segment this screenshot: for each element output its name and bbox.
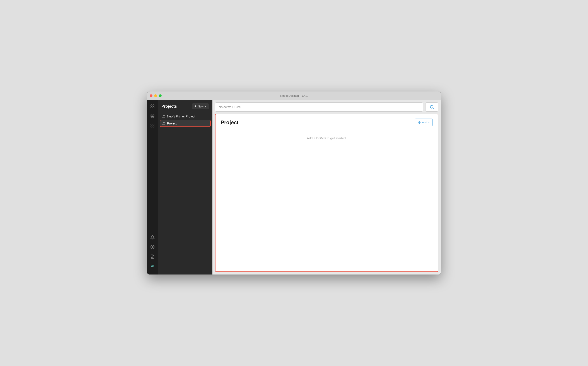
- add-btn-chevron-icon: ▾: [428, 121, 429, 124]
- nav-profile-icon[interactable]: [148, 253, 156, 260]
- sidebar-header: Projects + New ▾: [158, 100, 213, 112]
- traffic-lights: [150, 94, 162, 97]
- svg-point-9: [152, 247, 153, 248]
- project-panel-title: Project: [221, 119, 238, 126]
- new-btn-plus-icon: +: [195, 105, 197, 108]
- svg-rect-2: [151, 107, 152, 108]
- titlebar: Neo4j Desktop - 1.4.1: [147, 92, 441, 100]
- close-button[interactable]: [150, 94, 153, 97]
- add-btn-label: Add: [422, 121, 427, 124]
- svg-rect-3: [153, 107, 154, 108]
- svg-rect-1: [153, 105, 154, 106]
- app-window: Neo4j Desktop - 1.4.1: [147, 92, 441, 274]
- nav-notifications-icon[interactable]: [148, 233, 156, 241]
- maximize-button[interactable]: [159, 94, 162, 97]
- dbms-status-text: No active DBMS: [219, 105, 241, 109]
- sidebar-item-label: Project: [167, 122, 177, 125]
- sidebar-item-project[interactable]: Project: [160, 120, 211, 127]
- svg-rect-0: [151, 105, 152, 106]
- sidebar-item-neo4j-primer[interactable]: Neo4j Primer Project: [160, 113, 211, 120]
- minimize-button[interactable]: [154, 94, 157, 97]
- project-panel: Project ⊕ Add ▾ Add a DBMS to get starte…: [215, 114, 438, 272]
- svg-rect-5: [151, 124, 152, 125]
- main-content: No active DBMS Project ⊕ Add ▾: [213, 100, 441, 274]
- svg-point-16: [430, 106, 433, 108]
- new-project-button[interactable]: + New ▾: [192, 103, 209, 109]
- dbms-status-bar: No active DBMS: [215, 102, 423, 112]
- sidebar-title: Projects: [162, 104, 177, 109]
- nav-apps-icon[interactable]: [148, 122, 156, 130]
- svg-point-4: [151, 114, 154, 115]
- svg-point-11: [151, 266, 153, 267]
- folder-icon: [162, 115, 165, 118]
- window-title: Neo4j Desktop - 1.4.1: [280, 94, 308, 97]
- empty-text: Add a DBMS to get started.: [307, 136, 347, 140]
- nav-projects-icon[interactable]: [148, 102, 156, 110]
- search-icon: [429, 105, 434, 109]
- sidebar-list: Neo4j Primer Project Project: [158, 112, 213, 128]
- top-bar: No active DBMS: [215, 102, 438, 112]
- nav-settings-icon[interactable]: [148, 243, 156, 251]
- project-panel-header: Project ⊕ Add ▾: [221, 119, 433, 126]
- project-empty-message: Add a DBMS to get started.: [221, 130, 433, 267]
- sidebar-item-label: Neo4j Primer Project: [167, 115, 195, 118]
- add-btn-plus-icon: ⊕: [418, 120, 421, 124]
- icon-rail: [147, 100, 158, 274]
- new-btn-chevron-icon: ▾: [205, 105, 206, 108]
- svg-line-17: [433, 108, 434, 109]
- sidebar: Projects + New ▾ Neo4j Primer Project: [158, 100, 213, 274]
- svg-rect-8: [153, 126, 154, 127]
- svg-rect-7: [151, 126, 152, 127]
- search-button[interactable]: [425, 102, 438, 112]
- app-body: Projects + New ▾ Neo4j Primer Project: [147, 100, 441, 274]
- folder-icon: [162, 122, 165, 125]
- add-dbms-button[interactable]: ⊕ Add ▾: [415, 119, 433, 126]
- new-btn-label: New: [198, 105, 204, 108]
- nav-integrations-icon[interactable]: [148, 262, 156, 270]
- svg-rect-6: [153, 124, 154, 125]
- nav-database-icon[interactable]: [148, 112, 156, 120]
